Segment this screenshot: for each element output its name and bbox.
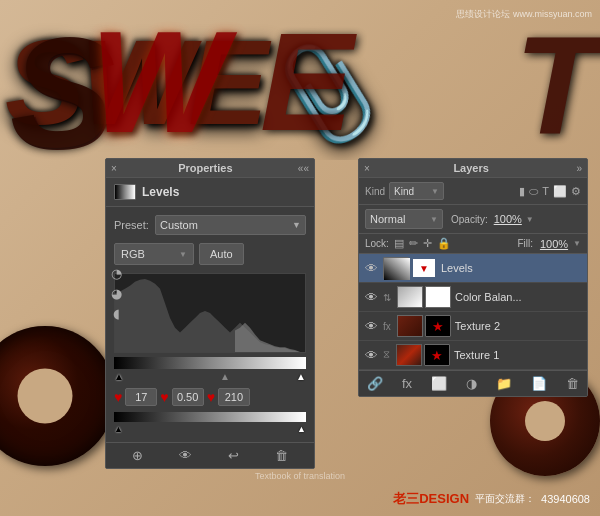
layer-thumbnail-texture2 (397, 315, 423, 337)
layer-fx-btn[interactable]: fx (402, 376, 412, 391)
black-point-triangle[interactable]: ▲ (114, 371, 124, 382)
layer-thumbnail-texture1 (396, 344, 422, 366)
properties-close-btn[interactable]: × (111, 163, 117, 174)
layer-mask-colorbal (425, 286, 451, 308)
svg-marker-0 (115, 279, 305, 352)
new-layer-icon[interactable]: ⊕ (132, 448, 143, 463)
white-point-input[interactable] (218, 388, 250, 406)
black-point-input[interactable] (125, 388, 157, 406)
filter-shape-icon[interactable]: ⬜ (553, 185, 567, 198)
fill-input[interactable]: 100% (540, 238, 568, 250)
layer-link-icon: ⧖ (383, 349, 390, 361)
layer-fx-icon: fx (383, 321, 391, 332)
output-black-triangle[interactable]: ▲ (114, 424, 123, 434)
preset-row: Preset: Custom ▼ (114, 215, 306, 235)
filter-adjustment-icon[interactable]: ⬭ (529, 185, 538, 198)
svg-marker-1 (235, 323, 305, 352)
channel-select[interactable]: RGB ▼ (114, 243, 194, 265)
bg-letter-w: W (90, 10, 227, 155)
layer-name-texture1: Texture 1 (454, 349, 581, 361)
mid-point-input[interactable] (172, 388, 204, 406)
preset-label: Preset: (114, 219, 149, 231)
levels-header-title: Levels (142, 185, 179, 199)
mid-point-triangle[interactable]: ▲ (220, 371, 230, 382)
watermark-top: 思绩设计论坛 www.missyuan.com (456, 8, 592, 21)
properties-header: Levels (106, 178, 314, 207)
layer-visibility-texture1[interactable]: 👁 (365, 348, 379, 363)
lock-all-btn[interactable]: 🔒 (437, 237, 451, 250)
channel-row: RGB ▼ Auto (114, 243, 306, 265)
blend-mode-select[interactable]: Normal ▼ (365, 209, 443, 229)
filter-row: Kind Kind ▼ ▮ ⬭ T ⬜ ⚙ (359, 178, 587, 205)
layers-collapse-btn[interactable]: » (576, 163, 582, 174)
layer-delete-btn[interactable]: 🗑 (566, 376, 579, 391)
grey-eyedropper-btn[interactable]: ◕ (108, 285, 124, 301)
black-eyedropper-btn[interactable]: ◔ (108, 265, 124, 281)
mid-point-icon: ♥ (160, 389, 168, 405)
levels-thumb-svg (384, 258, 410, 280)
layer-new-btn[interactable]: 📄 (531, 376, 547, 391)
properties-collapse-btn[interactable]: «« (298, 163, 309, 174)
blend-mode-value: Normal (370, 213, 405, 225)
auto-button[interactable]: Auto (199, 243, 244, 265)
layers-panel: × Layers » Kind Kind ▼ ▮ ⬭ T ⬜ ⚙ Normal … (358, 158, 588, 397)
properties-titlebar: × Properties «« (106, 159, 314, 178)
lock-image-btn[interactable]: ✏ (409, 237, 418, 250)
blend-row: Normal ▼ Opacity: 100% ▼ (359, 205, 587, 234)
layers-footer: 🔗 fx ⬜ ◑ 📁 📄 🗑 (359, 370, 587, 396)
lock-transparency-btn[interactable]: ▤ (394, 237, 404, 250)
filter-type-select[interactable]: Kind ▼ (389, 182, 444, 200)
layer-name-colorbal: Color Balan... (455, 291, 581, 303)
filter-type-icon[interactable]: T (542, 185, 549, 198)
levels-gradient-icon (114, 184, 136, 200)
opacity-input[interactable]: 100% (494, 213, 522, 225)
filter-icons: ▮ ⬭ T ⬜ ⚙ (519, 185, 581, 198)
lock-position-btn[interactable]: ✛ (423, 237, 432, 250)
bg-letter-t: T (514, 15, 600, 155)
properties-title: Properties (178, 162, 232, 174)
input-slider-row: ▲ ▲ ▲ (114, 371, 306, 382)
layer-list: 👁 Levels 👁 ⇅ Color Balan... (359, 254, 587, 370)
layer-link-btn[interactable]: 🔗 (367, 376, 383, 391)
brand-area: 老三DESIGN 平面交流群： 43940608 (393, 490, 590, 508)
layers-titlebar: × Layers » (359, 159, 587, 178)
layer-visibility-texture2[interactable]: 👁 (365, 319, 379, 334)
filter-arrow-icon: ▼ (431, 187, 439, 196)
layer-thumbnail-levels (383, 257, 409, 279)
output-levels-gradient (114, 412, 306, 422)
layer-row-texture1[interactable]: 👁 ⧖ ★ Texture 1 (359, 341, 587, 370)
preset-select[interactable]: Custom ▼ (155, 215, 306, 235)
output-white-triangle[interactable]: ▲ (297, 424, 306, 434)
layers-close-btn[interactable]: × (364, 163, 370, 174)
filter-smart-icon[interactable]: ⚙ (571, 185, 581, 198)
brand-name: 老三DESIGN (393, 490, 469, 508)
layer-visibility-colorbal[interactable]: 👁 (365, 290, 379, 305)
white-eyedropper-btn[interactable]: ◖ (108, 305, 124, 321)
channel-arrow-icon: ▼ (179, 250, 187, 259)
delete-adjustment-icon[interactable]: 🗑 (275, 448, 288, 463)
layer-thumbs-colorbal (397, 286, 451, 308)
layer-mask-btn[interactable]: ⬜ (431, 376, 447, 391)
reset-icon[interactable]: ↩ (228, 448, 239, 463)
layer-row-texture2[interactable]: 👁 fx ★ Texture 2 (359, 312, 587, 341)
lock-label: Lock: (365, 238, 389, 249)
filter-pixel-icon[interactable]: ▮ (519, 185, 525, 198)
lock-row: Lock: ▤ ✏ ✛ 🔒 Fill: 100% ▼ (359, 234, 587, 254)
layer-thumbnail-colorbal (397, 286, 423, 308)
white-point-icon: ♥ (207, 389, 215, 405)
layer-visibility-levels[interactable]: 👁 (365, 261, 379, 276)
layer-group-btn[interactable]: 📁 (496, 376, 512, 391)
svg-rect-2 (384, 258, 410, 280)
layer-row-levels[interactable]: 👁 Levels (359, 254, 587, 283)
white-point-triangle[interactable]: ▲ (296, 371, 306, 382)
histogram-area (114, 273, 306, 353)
input-values-row: ♥ ♥ ♥ (114, 388, 306, 406)
layers-title: Layers (453, 162, 488, 174)
eye-preview-icon[interactable]: 👁 (179, 448, 192, 463)
layer-mask-levels (411, 257, 437, 279)
layer-adjustment-btn[interactable]: ◑ (466, 376, 477, 391)
layer-row-colorbal[interactable]: 👁 ⇅ Color Balan... (359, 283, 587, 312)
input-levels-gradient (114, 357, 306, 369)
properties-footer: ⊕ 👁 ↩ 🗑 (106, 442, 314, 468)
layer-star-texture2: ★ (425, 315, 451, 337)
